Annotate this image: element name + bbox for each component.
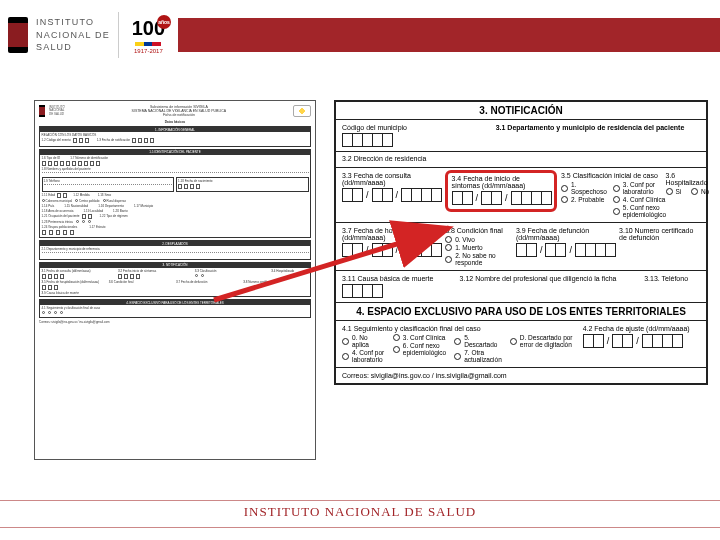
zoom-notification-panel: 3. NOTIFICACIÓN Código del municipio 3.1…: [334, 100, 708, 385]
ins-line3: SALUD: [36, 41, 110, 54]
ins-line2: NACIONAL DE: [36, 29, 110, 42]
form-thumbnail: INSTITUTONACIONALDE SALUD Subsistema de …: [34, 100, 316, 460]
colombia-flag-icon: [135, 42, 161, 46]
footer-divider: [0, 527, 720, 528]
thumb-sec1b: 1.5 IDENTIFICACIÓN DEL PACIENTE: [40, 150, 310, 155]
field-34-highlight: 3.4 Fecha de inicio de síntomas (dd/mm/a…: [445, 170, 558, 212]
thumb-ins-text: INSTITUTONACIONALDE SALUD: [49, 106, 65, 116]
thumb-title: Subsistema de información SIVIGILA SISTE…: [69, 105, 289, 117]
header-red-bar: [178, 18, 720, 52]
hundred-number: 100 años: [132, 17, 165, 40]
zoom-sec3-title: 3. NOTIFICACIÓN: [336, 102, 706, 120]
ins-mark-icon: [8, 17, 28, 53]
footer-bar: INSTITUTO NACIONAL DE SALUD: [0, 500, 720, 522]
content-area: INSTITUTONACIONALDE SALUD Subsistema de …: [34, 100, 710, 482]
header-bar: INSTITUTO NACIONAL DE SALUD 100 años 191…: [0, 0, 720, 70]
zoom-sec4-title: 4. ESPACIO EXCLUSIVO PARA USO DE LOS ENT…: [336, 303, 706, 321]
footer-text: INSTITUTO NACIONAL DE SALUD: [244, 504, 476, 519]
thumb-datos: Datos básicos: [39, 120, 311, 124]
hundred-years-logo: 100 años 1917-2017: [118, 12, 172, 58]
ins-text: INSTITUTO NACIONAL DE SALUD: [36, 16, 110, 54]
ins-line1: INSTITUTO: [36, 16, 110, 29]
years-range: 1917-2017: [134, 48, 163, 54]
coat-of-arms-icon: [293, 105, 311, 117]
thumb-ins-mark-icon: [39, 105, 45, 117]
zoom-correos: Correos: sivigila@ins.gov.co / ins.sivig…: [336, 368, 706, 383]
ins-logo: INSTITUTO NACIONAL DE SALUD: [0, 16, 118, 54]
thumb-correo: Correos: sivigila@ins.gov.co / ins.sivig…: [39, 320, 311, 324]
anos-badge-icon: años: [157, 15, 171, 29]
thumb-sec1: 1. INFORMACIÓN GENERAL: [40, 127, 310, 132]
